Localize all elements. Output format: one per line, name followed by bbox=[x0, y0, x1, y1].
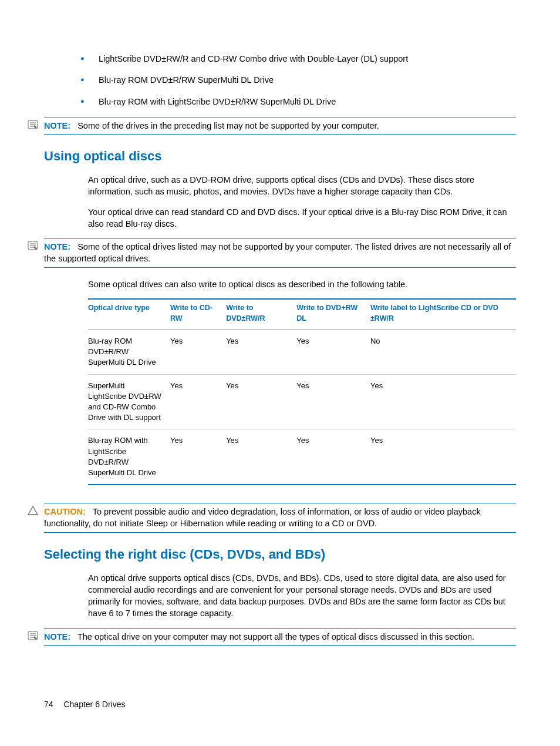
table-cell: Yes bbox=[296, 429, 370, 485]
optical-drive-table: Optical drive type Write to CD-RW Write … bbox=[88, 298, 516, 485]
note-icon bbox=[28, 631, 38, 640]
caution-label: CAUTION: bbox=[44, 507, 86, 516]
note-icon bbox=[28, 120, 38, 129]
section-heading-using-optical-discs: Using optical discs bbox=[44, 147, 516, 166]
note-text: Some of the optical drives listed may no… bbox=[44, 242, 511, 263]
table-cell: Yes bbox=[370, 374, 516, 429]
table-cell: Yes bbox=[226, 429, 296, 485]
body-text: Your optical drive can read standard CD … bbox=[88, 206, 516, 230]
table-cell: Yes bbox=[226, 374, 296, 429]
note-label: NOTE: bbox=[44, 242, 70, 251]
table-cell: Yes bbox=[226, 330, 296, 375]
table-cell: Yes bbox=[170, 330, 226, 375]
note-text: The optical drive on your computer may n… bbox=[77, 632, 474, 641]
table-header: Write to CD-RW bbox=[170, 299, 226, 330]
table-header: Write to DVD±RW/R bbox=[226, 299, 296, 330]
list-item: LightScribe DVD±RW/R and CD-RW Combo dri… bbox=[72, 53, 516, 65]
note-text: Some of the drives in the preceding list… bbox=[77, 121, 379, 130]
caution-block: CAUTION: To prevent possible audio and v… bbox=[44, 503, 516, 533]
table-cell: Blu-ray ROM DVD±R/RW SuperMulti DL Drive bbox=[88, 330, 170, 375]
body-text: Some optical drives can also write to op… bbox=[88, 278, 516, 290]
page-number: 74 bbox=[44, 700, 53, 709]
list-item: Blu-ray ROM with LightScribe DVD±R/RW Su… bbox=[72, 96, 516, 107]
note-block: NOTE: Some of the optical drives listed … bbox=[44, 238, 516, 268]
note-icon bbox=[28, 241, 38, 250]
page-content: LightScribe DVD±RW/R and CD-RW Combo dri… bbox=[0, 0, 560, 691]
table-row: Blu-ray ROM DVD±R/RW SuperMulti DL Drive… bbox=[88, 330, 516, 375]
table-cell: Yes bbox=[296, 374, 370, 429]
caution-text: To prevent possible audio and video degr… bbox=[44, 507, 481, 528]
list-item: Blu-ray ROM DVD±R/RW SuperMulti DL Drive bbox=[72, 74, 516, 86]
body-text: An optical drive supports optical discs … bbox=[88, 572, 516, 620]
table-cell: Yes bbox=[170, 374, 226, 429]
table-header: Write to DVD+RW DL bbox=[296, 299, 370, 330]
table-cell: SuperMulti LightScribe DVD±RW and CD-RW … bbox=[88, 374, 170, 429]
table-header: Write label to LightScribe CD or DVD ±RW… bbox=[370, 299, 516, 330]
chapter-label: Chapter 6 Drives bbox=[63, 700, 125, 709]
table-header: Optical drive type bbox=[88, 299, 170, 330]
body-text: An optical drive, such as a DVD-ROM driv… bbox=[88, 174, 516, 198]
note-block: NOTE: Some of the drives in the precedin… bbox=[44, 117, 516, 135]
page-footer: 74 Chapter 6 Drives bbox=[44, 699, 126, 711]
table-cell: No bbox=[370, 330, 516, 375]
section-heading-selecting-right-disc: Selecting the right disc (CDs, DVDs, and… bbox=[44, 546, 516, 564]
table-row: SuperMulti LightScribe DVD±RW and CD-RW … bbox=[88, 374, 516, 429]
bullet-list: LightScribe DVD±RW/R and CD-RW Combo dri… bbox=[72, 53, 516, 107]
table-row: Blu-ray ROM with LightScribe DVD±R/RW Su… bbox=[88, 429, 516, 485]
table-cell: Yes bbox=[170, 429, 226, 485]
table-cell: Blu-ray ROM with LightScribe DVD±R/RW Su… bbox=[88, 429, 170, 485]
table-cell: Yes bbox=[296, 330, 370, 375]
note-label: NOTE: bbox=[44, 121, 70, 130]
caution-icon bbox=[28, 506, 38, 515]
table-cell: Yes bbox=[370, 429, 516, 485]
table-header-row: Optical drive type Write to CD-RW Write … bbox=[88, 299, 516, 330]
note-label: NOTE: bbox=[44, 632, 70, 641]
note-block: NOTE: The optical drive on your computer… bbox=[44, 628, 516, 646]
